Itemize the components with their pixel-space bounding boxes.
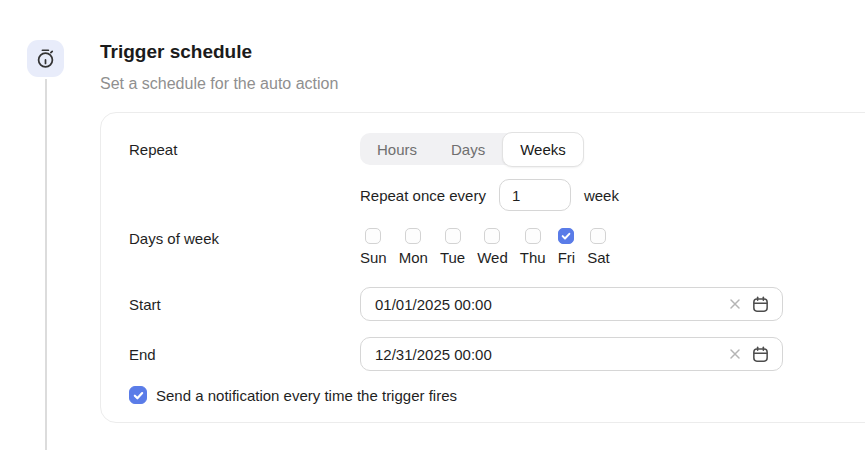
- day-toggle-wed[interactable]: Wed: [477, 228, 508, 267]
- day-label: Mon: [399, 249, 428, 267]
- start-label: Start: [101, 296, 360, 313]
- interval-row: Repeat once every week: [101, 179, 865, 211]
- checkmark-icon: [133, 390, 144, 401]
- start-date-input[interactable]: [360, 287, 783, 321]
- segment-days[interactable]: Days: [434, 133, 502, 165]
- day-toggle-thu[interactable]: Thu: [520, 228, 546, 267]
- day-checkbox[interactable]: [445, 228, 461, 244]
- day-label: Wed: [477, 249, 508, 267]
- segment-hours[interactable]: Hours: [360, 133, 434, 165]
- notification-checkbox[interactable]: [129, 386, 147, 404]
- day-label: Sun: [360, 249, 387, 267]
- day-checkbox[interactable]: [558, 228, 574, 244]
- clear-x-icon[interactable]: [728, 297, 742, 311]
- end-row: End: [101, 337, 865, 371]
- clear-x-icon[interactable]: [728, 347, 742, 361]
- day-label: Tue: [440, 249, 465, 267]
- start-row: Start: [101, 287, 865, 321]
- trigger-schedule-step-badge: [27, 40, 64, 77]
- day-checkbox[interactable]: [590, 228, 606, 244]
- interval-value-input[interactable]: [499, 179, 571, 211]
- day-checkbox[interactable]: [484, 228, 500, 244]
- day-checkbox[interactable]: [405, 228, 421, 244]
- repeat-label: Repeat: [101, 141, 360, 158]
- day-toggle-tue[interactable]: Tue: [440, 228, 465, 267]
- end-date-input[interactable]: [360, 337, 783, 371]
- day-toggle-sun[interactable]: Sun: [360, 228, 387, 267]
- day-label: Sat: [587, 249, 610, 267]
- page-subtitle: Set a schedule for the auto action: [100, 74, 338, 93]
- interval-prefix: Repeat once every: [360, 187, 486, 204]
- day-checkbox[interactable]: [365, 228, 381, 244]
- day-label: Thu: [520, 249, 546, 267]
- segment-weeks[interactable]: Weeks: [502, 132, 584, 167]
- day-toggle-sat[interactable]: Sat: [587, 228, 610, 267]
- calendar-icon[interactable]: [751, 345, 770, 364]
- end-date-value[interactable]: [361, 346, 728, 363]
- days-of-week-group: Sun Mon Tue Wed Thu Fri: [360, 228, 610, 267]
- repeat-unit-segmented-control: Hours Days Weeks: [360, 133, 584, 165]
- stopwatch-icon: [34, 47, 57, 70]
- page-title: Trigger schedule: [100, 41, 338, 63]
- days-of-week-label: Days of week: [101, 228, 360, 247]
- day-checkbox[interactable]: [525, 228, 541, 244]
- checkmark-icon: [561, 231, 571, 241]
- days-of-week-row: Days of week Sun Mon Tue Wed Thu: [101, 228, 865, 267]
- interval-suffix: week: [584, 187, 619, 204]
- day-toggle-fri[interactable]: Fri: [558, 228, 576, 267]
- notification-label: Send a notification every time the trigg…: [156, 387, 457, 404]
- day-label: Fri: [558, 249, 576, 267]
- timeline-connector-line: [45, 79, 47, 450]
- notification-toggle[interactable]: Send a notification every time the trigg…: [101, 386, 865, 404]
- trigger-schedule-card: Repeat Hours Days Weeks Repeat once ever…: [100, 112, 865, 423]
- start-date-value[interactable]: [361, 296, 728, 313]
- end-label: End: [101, 346, 360, 363]
- calendar-icon[interactable]: [751, 295, 770, 314]
- repeat-row: Repeat Hours Days Weeks: [101, 133, 865, 165]
- day-toggle-mon[interactable]: Mon: [399, 228, 428, 267]
